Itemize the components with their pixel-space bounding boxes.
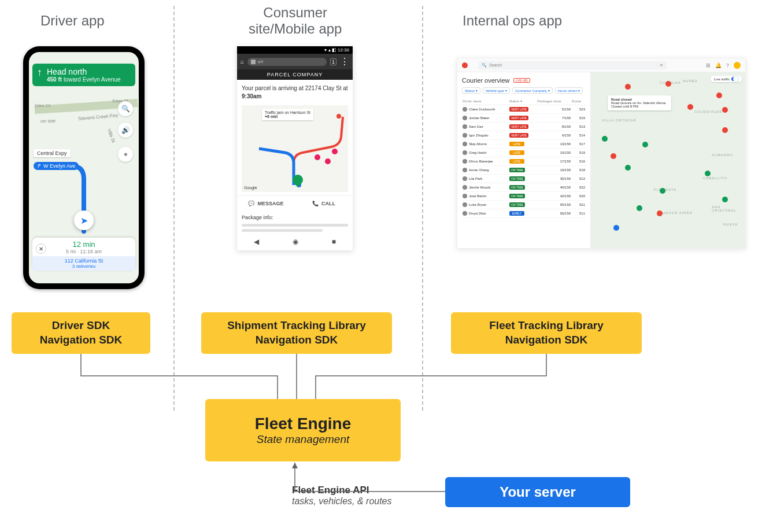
nav-banner: ↑ Head north 450 ft toward Evelyn Avenue [32,64,135,86]
apps-icon[interactable]: ⊞ [706,62,711,68]
status-badge: ON TIME [509,202,525,207]
table-row[interactable]: Igor ZhogoloVERY LATE9/150514 [462,131,586,140]
map-pin [687,104,693,110]
table-row[interactable]: Sam DasVERY LATE8/150513 [462,123,586,131]
table-row[interactable]: Claire DuckworthVERY LATE5/150523 [462,105,586,114]
divider-2 [422,6,423,411]
volume-icon[interactable]: 🔊 [118,123,133,138]
avatar[interactable] [734,62,741,69]
status-badge: LATE [509,150,524,155]
ops-dashboard: 🔍Search✕ ⊞ 🔔 ? Courier overviewLIVE (48)… [457,58,746,249]
call-label: CALL [321,201,335,206]
fleet-engine-box: Fleet Engine State management [205,399,401,461]
map-pin [625,165,631,171]
home-circle-icon[interactable]: ◉ [293,238,298,246]
table-row[interactable]: Jamila WoodsON TIME40/150522 [462,183,586,192]
map-pin [705,171,711,176]
map-pin [716,93,722,98]
table-row[interactable]: José BalvinON TIME42/150520 [462,192,586,201]
help-icon[interactable]: ? [726,62,729,68]
road-closed-card: Road closedRoad closure on Av. Valentín … [608,95,671,110]
ops-search[interactable]: 🔍Search✕ [478,61,667,69]
shipment-lib-line2: Navigation SDK [256,333,338,348]
traffic-chip: Traffic jam on Harrison St+6 min [262,109,313,120]
map-pin [722,127,728,133]
avatar [463,185,467,190]
title-ops: Internal ops app [463,13,562,29]
message-label: MESSAGE [257,201,283,206]
status-badge: VERY LATE [509,107,528,112]
nav-cursor-icon: ➤ [74,210,94,230]
placeholder-line [242,224,348,227]
table-row[interactable]: Luke BryanON TIME55/150521 [462,201,586,209]
table-row[interactable]: Dhruv BanerjeeLATE17/150516 [462,157,586,166]
table-header[interactable]: Route [571,97,586,105]
shipment-lib-box: Shipment Tracking Library Navigation SDK [201,312,392,354]
brand-dot [462,62,468,68]
tabs-icon[interactable]: 1 [330,58,336,65]
lock-icon [251,60,256,64]
search-icon[interactable]: 🔍 [118,101,133,116]
avatar [463,202,467,207]
live-badge: LIVE (48) [513,78,530,83]
filter-pill[interactable]: Vehicle type ▾ [483,87,510,94]
parcel-msg-time: 9:30am [242,93,348,101]
call-button[interactable]: 📞CALL [295,196,353,211]
title-consumer: Consumer site/Mobile app [249,5,342,37]
browser-bar: ⌂ url 1 ⋮ [237,54,353,69]
ops-table: Driver nameStatus ▾Packages doneRoute Cl… [462,97,586,218]
status-badge: LATE [509,159,524,164]
table-header[interactable]: Packages done [537,97,571,105]
menu-icon[interactable]: ⋮ [340,56,349,67]
table-row[interactable]: Skip AllumsLATE13/150517 [462,140,586,149]
fleet-lib-line1: Fleet Tracking Library [489,319,603,333]
back-icon[interactable]: ◀ [254,238,259,246]
area-label: NUEVA [723,223,738,226]
parcel-message: Your parcel is arriving at 22174 Clay St… [237,80,353,105]
avatar [463,168,467,172]
table-row[interactable]: Lila ParkON TIME35/150512 [462,175,586,183]
map-pin [625,84,631,90]
message-button[interactable]: 💬MESSAGE [237,196,295,211]
area-label: COLEGIALES [694,110,722,113]
filter-pill[interactable]: Hours driven ▾ [555,87,583,94]
road-closed-desc: Road closure on Av. Valentín Alsina. Clo… [611,101,667,108]
url-text: url [258,59,263,64]
table-row[interactable]: Annie ChangON TIME19/150518 [462,166,586,175]
close-icon[interactable]: ✕ [36,243,46,254]
avatar [463,159,467,164]
fleet-lib-box: Fleet Tracking Library Navigation SDK [451,312,642,354]
bell-icon[interactable]: 🔔 [715,62,722,68]
home-icon[interactable]: ⌂ [241,58,244,65]
map-pin [665,81,671,87]
table-row[interactable]: Divya DharEARLY56/150511 [462,209,586,218]
avatar [463,133,467,138]
status-badge: LATE [509,142,524,146]
route-chip-text: W Evelyn Ave [43,163,75,169]
eta-card: ✕ 12 min 5 mi · 11:16 am 112 California … [32,238,135,271]
compass-icon[interactable]: ⌖ [118,147,133,162]
ops-map: Live traffic Road closedRoad closure on … [590,72,745,248]
ops-left-panel: Courier overviewLIVE (48) Status ▾Vehicl… [457,72,590,248]
filter-pill[interactable]: Status ▾ [462,87,480,94]
table-row[interactable]: Jordan BakerVERY LATE7/150519 [462,114,586,123]
table-header[interactable]: Status ▾ [509,97,537,105]
status-badge: VERY LATE [509,116,528,120]
url-bar[interactable]: url [247,58,327,66]
recents-icon[interactable]: ■ [332,238,336,246]
table-row[interactable]: Greg HatchLATE15/150519 [462,149,586,157]
package-info-label: Package info: [237,211,353,221]
filter-pill[interactable]: Contractor Company ▾ [512,87,553,94]
status-badge: ON TIME [509,194,525,198]
clear-icon[interactable]: ✕ [660,63,663,68]
consumer-panel: ▾ ▴ ◧ 12:30 ⌂ url 1 ⋮ PARCEL COMPANY You… [237,46,353,250]
live-traffic-toggle[interactable]: Live traffic [711,76,742,82]
traffic-text: Traffic jam on Harrison St [265,110,310,114]
fleet-engine-api-label: Fleet Engine API tasks, vehicles, & rout… [292,485,392,507]
map-pin [637,205,642,211]
nav-distance: 450 ft [47,76,62,83]
pink-marker [315,154,320,160]
eta-time: 12 min [37,240,131,249]
table-header[interactable]: Driver name [462,97,509,105]
route-chip: ↱W Evelyn Ave [34,162,79,170]
